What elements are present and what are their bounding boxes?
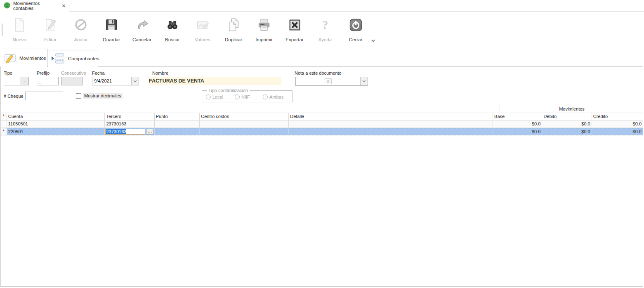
fecha-dropdown-button[interactable] <box>131 77 139 85</box>
anular-button: Anular <box>66 15 96 47</box>
nota-label: Nota a este documento <box>295 71 342 76</box>
cerrar-button[interactable]: Cerrar <box>341 15 370 47</box>
row-1-base[interactable]: $0.0 <box>493 120 542 127</box>
movimientos-tab-page: Tipo Prefijo Consecutivo Fecha Nombre No… <box>0 66 643 287</box>
grid-group-header-row: Movimientos <box>1 105 643 113</box>
column-header-cuenta[interactable]: Cuenta <box>7 113 105 120</box>
grid-row-2-selected[interactable]: * 220501 23730163 … $0.0 $0.0 $0.0 <box>1 128 643 135</box>
picture-values-icon <box>188 17 217 33</box>
tercero-browse-button[interactable]: … <box>146 129 154 135</box>
radio-ambas: Ambas <box>263 94 283 99</box>
duplicar-button[interactable]: Duplicar <box>219 15 248 47</box>
row-1-detalle[interactable] <box>289 120 493 127</box>
row-1-cuenta[interactable]: 11050501 <box>7 120 105 127</box>
toolbar-overflow-chevron-icon[interactable] <box>371 38 375 43</box>
fecha-value: 9/4/2021 <box>92 77 131 85</box>
mostrar-decimales-checkbox[interactable] <box>76 93 81 99</box>
radio-ambas-circle <box>263 94 268 99</box>
radio-local-circle <box>206 94 211 99</box>
cheque-input[interactable] <box>25 92 63 100</box>
binoculars-search-icon <box>158 17 187 33</box>
edit-icon <box>35 17 65 33</box>
row-2-tercero-editing[interactable]: 23730163 … <box>105 128 154 135</box>
voucher-list-icon <box>51 53 65 65</box>
row-1-debito[interactable]: $0.0 <box>542 120 592 127</box>
app-icon <box>4 2 10 9</box>
imprimir-button[interactable]: Imprimir <box>249 15 279 47</box>
row-1-centro-costos[interactable] <box>200 120 289 127</box>
nombre-value: FACTURAS DE VENTA <box>148 77 281 85</box>
tab-movimientos[interactable]: Movimientos <box>1 49 47 67</box>
main-toolbar: Nuevo Editar Anular Guardar Cancelar Bus… <box>0 12 644 48</box>
tipo-contabilizacion-groupbox: Tipo contabilización Local NIIF Ambas <box>202 90 293 102</box>
cheque-label: # Cheque <box>4 94 24 99</box>
row-1-tercero[interactable]: 23730163 <box>105 120 154 127</box>
prefijo-input[interactable]: _ <box>37 77 59 85</box>
tab-movimientos-label: Movimientos <box>19 56 46 61</box>
tab-comprobantes[interactable]: Comprobantes <box>48 50 98 67</box>
tipo-contabilizacion-legend: Tipo contabilización <box>207 88 250 93</box>
row-2-base[interactable]: $0.0 <box>493 128 542 135</box>
column-header-punto[interactable]: Punto <box>155 113 200 120</box>
nuevo-button: Nuevo <box>5 15 34 47</box>
save-floppy-icon <box>97 17 126 33</box>
tipo-field-group: … <box>4 77 29 85</box>
row-2-cuenta[interactable]: 220501 <box>7 128 105 135</box>
prefijo-label: Prefijo <box>37 71 50 76</box>
column-header-credito[interactable]: Crédito <box>592 113 643 120</box>
fecha-label: Fecha <box>92 71 105 76</box>
undo-arrow-icon <box>127 17 157 33</box>
exportar-button[interactable]: Exportar <box>280 15 309 47</box>
no-entry-icon <box>66 17 96 33</box>
nota-combobox[interactable]: a <box>295 77 368 86</box>
radio-local: Local <box>206 94 223 99</box>
editar-button: Editar <box>35 15 65 47</box>
nota-cue-icon: a <box>296 77 360 85</box>
notepad-pencil-icon <box>4 52 17 64</box>
tercero-selected-text: 23730163 <box>106 129 126 134</box>
row-2-centro-costos[interactable] <box>200 128 289 135</box>
new-document-icon <box>5 17 34 33</box>
row-2-debito[interactable]: $0.0 <box>542 128 592 135</box>
tipo-browse-button[interactable]: … <box>20 77 29 85</box>
ayuda-button: ? Ayuda <box>310 15 340 47</box>
radio-niif: NIIF <box>235 94 250 99</box>
column-header-base[interactable]: Base <box>493 113 542 120</box>
document-tab[interactable]: Movimientos contables ✕ <box>0 0 69 12</box>
cancelar-button[interactable]: Cancelar <box>127 15 157 47</box>
nombre-label: Nombre <box>152 71 168 76</box>
fecha-combobox[interactable]: 9/4/2021 <box>92 77 139 85</box>
column-header-centro-costos[interactable]: Centro costos <box>200 113 289 120</box>
column-header-tercero[interactable]: Tercero <box>105 113 154 120</box>
nota-dropdown-button[interactable] <box>360 77 368 85</box>
mostrar-decimales-label[interactable]: Mostrar decimales <box>83 93 123 99</box>
row-2-edit-indicator: * <box>1 128 7 135</box>
consecutivo-input <box>61 77 83 85</box>
row-2-credito[interactable]: $0.0 <box>592 128 643 135</box>
grid-row-1[interactable]: 11050501 23730163 $0.0 $0.0 $0.0 <box>1 120 643 128</box>
column-header-debito[interactable]: Débito <box>542 113 592 120</box>
tipo-input[interactable] <box>4 77 20 85</box>
document-tab-close-icon[interactable]: ✕ <box>62 3 66 9</box>
column-header-detalle[interactable]: Detalle <box>289 113 493 120</box>
header-row-indicator: * <box>1 113 7 120</box>
radio-niif-circle <box>235 94 240 99</box>
grid-column-header-row: * Cuenta Tercero Punto Centro costos Det… <box>1 113 643 120</box>
document-tab-title: Movimientos contables <box>13 1 59 11</box>
row-1-credito[interactable]: $0.0 <box>592 120 643 127</box>
valores-button: Valores <box>188 15 217 47</box>
movements-grid: Movimientos * Cuenta Tercero Punto Centr… <box>1 105 643 135</box>
buscar-button[interactable]: Buscar <box>158 15 187 47</box>
guardar-button[interactable]: Guardar <box>97 15 126 47</box>
row-2-detalle[interactable] <box>289 128 493 135</box>
tercero-edit-box[interactable]: 23730163 <box>105 129 145 135</box>
grid-group-header-movimientos: Movimientos <box>500 105 643 113</box>
excel-export-icon <box>280 17 309 33</box>
svg-text:?: ? <box>322 18 328 31</box>
document-tab-bar: Movimientos contables ✕ <box>0 0 644 12</box>
toolbar-grip[interactable] <box>2 24 3 36</box>
help-question-icon: ? <box>310 17 340 33</box>
row-1-punto[interactable] <box>155 120 200 127</box>
tab-comprobantes-label: Comprobantes <box>68 56 99 61</box>
row-2-punto[interactable] <box>155 128 200 135</box>
